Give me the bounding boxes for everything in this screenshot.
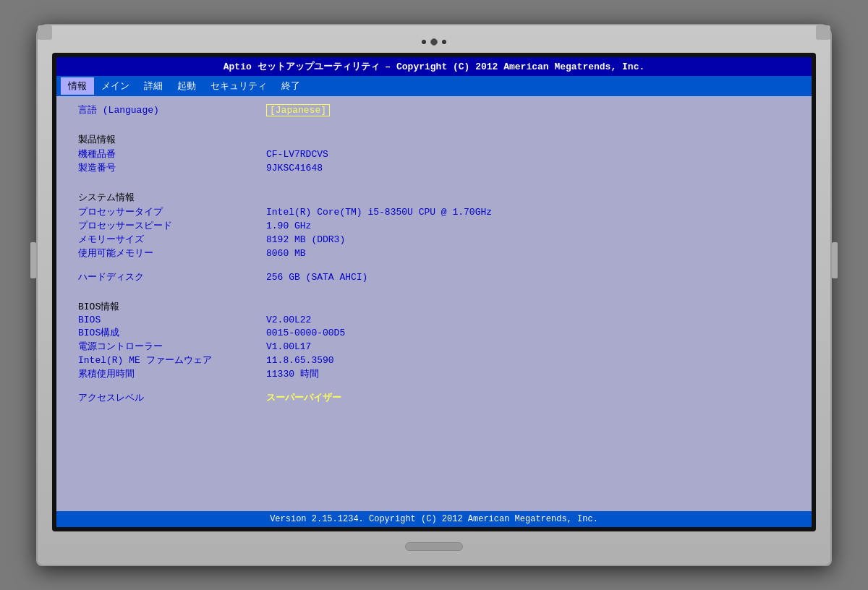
me-firmware-value: 11.8.65.3590: [266, 355, 334, 366]
bios-config-value: 0015-0000-00D5: [266, 328, 345, 338]
model-value: CF-LV7RDCVS: [266, 149, 328, 160]
corner-notch-tr: [816, 25, 830, 40]
system-section: システム情報 プロセッサータイプ Intel(R) Core(TM) i5-83…: [78, 185, 790, 260]
side-button-right: [832, 242, 838, 278]
model-label: 機種品番: [78, 148, 266, 161]
bios-section-header: BIOS情報: [78, 300, 266, 313]
system-section-header: システム情報: [78, 191, 266, 204]
bios-version-value: V2.00L22: [266, 315, 311, 325]
usage-time-value: 11330 時間: [266, 367, 319, 380]
bios-header-row: BIOS情報: [78, 294, 790, 314]
trackpad-notch: [405, 542, 463, 551]
product-header-row: 製品情報: [78, 127, 790, 147]
harddisk-row: ハードディスク 256 GB (SATA AHCI): [78, 270, 790, 283]
processor-speed-label: プロセッサースピード: [78, 219, 266, 232]
language-label: 言語 (Language): [78, 103, 266, 116]
bios-title-bar: Aptio セットアップユーティリティ – Copyright (C) 2012…: [56, 57, 812, 76]
menu-item-main[interactable]: メイン: [94, 77, 137, 95]
memory-size-label: メモリーサイズ: [78, 233, 266, 246]
power-controller-label: 電源コントローラー: [78, 340, 266, 353]
bios-screen: Aptio セットアップユーティリティ – Copyright (C) 2012…: [56, 57, 812, 527]
processor-type-label: プロセッサータイプ: [78, 205, 266, 218]
screen-bezel: Aptio セットアップユーティリティ – Copyright (C) 2012…: [52, 53, 816, 531]
serial-value: 9JKSC41648: [266, 163, 323, 174]
language-section: 言語 (Language) [Japanese]: [78, 103, 790, 117]
access-section: アクセスレベル スーパーバイザー: [78, 391, 790, 405]
bios-config-label: BIOS構成: [78, 326, 266, 339]
product-section: 製品情報 機種品番 CF-LV7RDCVS 製造番号 9JKSC41648: [78, 127, 790, 175]
language-row: 言語 (Language) [Japanese]: [78, 103, 790, 116]
processor-speed-row: プロセッサースピード 1.90 GHz: [78, 219, 790, 232]
laptop-body: Aptio セットアップユーティリティ – Copyright (C) 2012…: [36, 24, 832, 566]
bios-config-row: BIOS構成 0015-0000-00D5: [78, 326, 790, 339]
bios-version-label: BIOS: [78, 315, 266, 325]
bios-section: BIOS情報 BIOS V2.00L22 BIOS構成 0015-0000-00…: [78, 294, 790, 381]
available-memory-label: 使用可能メモリー: [78, 247, 266, 260]
available-memory-value: 8060 MB: [266, 248, 306, 259]
corner-notch-tl: [38, 25, 52, 40]
memory-size-row: メモリーサイズ 8192 MB (DDR3): [78, 233, 790, 246]
laptop-top-bar: [52, 38, 816, 46]
processor-speed-value: 1.90 GHz: [266, 221, 311, 231]
serial-label: 製造番号: [78, 161, 266, 174]
processor-type-row: プロセッサータイプ Intel(R) Core(TM) i5-8350U CPU…: [78, 205, 790, 218]
side-button-left: [30, 242, 36, 278]
camera-indicator: [422, 40, 426, 44]
menu-item-security[interactable]: セキュリティ: [203, 77, 274, 95]
me-firmware-row: Intel(R) ME ファームウェア 11.8.65.3590: [78, 354, 790, 367]
bios-version-row: BIOS V2.00L22: [78, 315, 790, 325]
menu-item-exit[interactable]: 終了: [274, 77, 307, 95]
bios-content: 言語 (Language) [Japanese] 製品情報 機種品番 CF-LV…: [56, 96, 812, 511]
harddisk-section: ハードディスク 256 GB (SATA AHCI): [78, 270, 790, 284]
access-value: スーパーバイザー: [266, 391, 341, 404]
available-memory-row: 使用可能メモリー 8060 MB: [78, 247, 790, 260]
power-controller-row: 電源コントローラー V1.00L17: [78, 340, 790, 353]
bios-menu-bar[interactable]: 情報 メイン 詳細 起動 セキュリティ 終了: [56, 76, 812, 96]
power-controller-value: V1.00L17: [266, 341, 311, 352]
harddisk-value: 256 GB (SATA AHCI): [266, 272, 367, 283]
model-row: 機種品番 CF-LV7RDCVS: [78, 148, 790, 161]
usage-time-label: 累積使用時間: [78, 367, 266, 380]
processor-type-value: Intel(R) Core(TM) i5-8350U CPU @ 1.70GHz: [266, 207, 492, 218]
menu-item-boot[interactable]: 起動: [170, 77, 203, 95]
serial-row: 製造番号 9JKSC41648: [78, 161, 790, 174]
usage-time-row: 累積使用時間 11330 時間: [78, 367, 790, 380]
bios-bottom-text: Version 2.15.1234. Copyright (C) 2012 Am…: [270, 514, 598, 524]
language-value: [Japanese]: [266, 104, 330, 116]
memory-size-value: 8192 MB (DDR3): [266, 234, 345, 245]
bios-title-text: Aptio セットアップユーティリティ – Copyright (C) 2012…: [224, 61, 644, 72]
camera-area: [422, 38, 446, 46]
harddisk-label: ハードディスク: [78, 270, 266, 283]
camera-dot: [430, 38, 438, 46]
system-header-row: システム情報: [78, 185, 790, 205]
menu-item-detail[interactable]: 詳細: [137, 77, 170, 95]
menu-item-info[interactable]: 情報: [61, 77, 94, 95]
access-row: アクセスレベル スーパーバイザー: [78, 391, 790, 404]
me-firmware-label: Intel(R) ME ファームウェア: [78, 354, 266, 367]
product-section-header: 製品情報: [78, 133, 266, 146]
camera-indicator2: [442, 40, 446, 44]
access-label: アクセスレベル: [78, 391, 266, 404]
bios-bottom-bar: Version 2.15.1234. Copyright (C) 2012 Am…: [56, 511, 812, 527]
laptop-bottom: [52, 536, 816, 557]
